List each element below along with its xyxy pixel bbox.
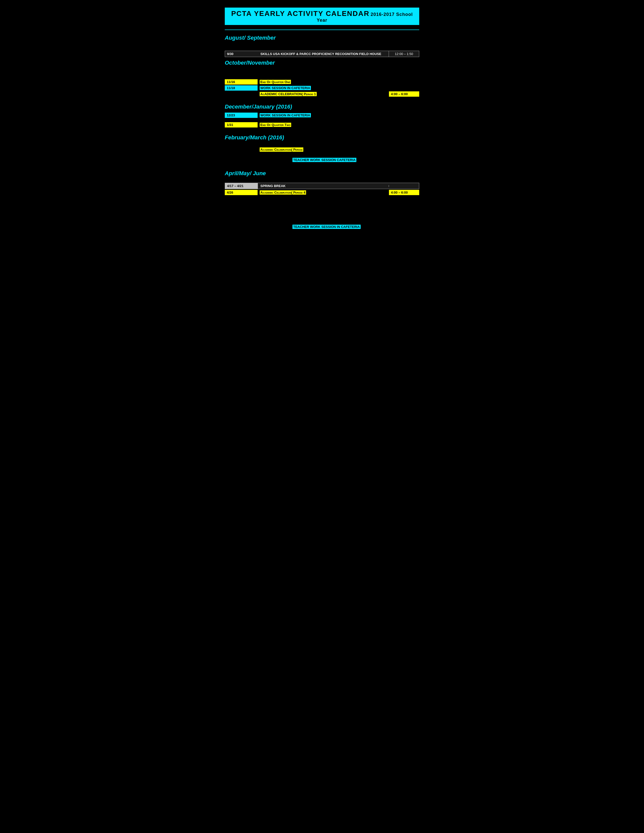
table-row: 11/16 End of Quarter One xyxy=(225,79,419,85)
table-row: 4/26 Academic Celebration( Period 4 4:00… xyxy=(225,190,419,195)
date-cell xyxy=(225,93,258,95)
date-cell: 12/23 xyxy=(225,113,258,118)
table-row: 12/23 Work Session in Cafeteria xyxy=(225,113,419,118)
time-cell: 12:00 – 1:50 xyxy=(389,51,419,57)
date-cell: 9/30 xyxy=(225,51,258,57)
event-cell: Work Session in Cafeteria xyxy=(258,85,389,91)
page-header: PCTA YEARLY ACTIVITY CALENDAR 2016-2017 … xyxy=(225,8,419,25)
date-cell: 4/26 xyxy=(225,190,258,195)
event-cell: SPRING BREAK xyxy=(258,183,389,189)
event-cell: Work Session in Cafeteria xyxy=(258,113,389,118)
table-row: 9/30 Skills USA Kickoff & parcc proficie… xyxy=(225,51,419,57)
date-cell: 11/18 xyxy=(225,85,258,91)
event-cell: Academic Celebration( Period 4 xyxy=(258,190,389,195)
event-text: AcADEMIC CELEBRATION( Period 1 xyxy=(259,92,317,96)
title-box: PCTA YEARLY ACTIVITY CALENDAR 2016-2017 … xyxy=(225,8,419,25)
event-text: Skills USA Kickoff & parcc proficiency r… xyxy=(260,52,382,56)
time-cell xyxy=(389,185,419,187)
table-row: TEACHER WORK SESSION IN CAFETERIA xyxy=(225,224,419,230)
event-text: TEACHER WORK SESSION CAFETERIA xyxy=(293,158,356,162)
event-text: Academic Celebration( Period 4 xyxy=(259,190,306,195)
table-row: 4/17 – 4/21 SPRING BREAK xyxy=(225,183,419,189)
time-cell: 4:00 – 6:00 xyxy=(389,92,419,96)
section-apr-jun: April/May/ June xyxy=(225,170,419,177)
table-row: AcADEMIC CELEBRATION( Period 1 4:00 – 6:… xyxy=(225,92,419,96)
event-cell: Academic Celebration( Period xyxy=(258,147,419,152)
event-cell: TEACHER WORK SESSION CAFETERIA xyxy=(290,157,419,162)
table-row: TEACHER WORK SESSION CAFETERIA xyxy=(225,157,419,162)
table-row: 11/18 Work Session in Cafeteria xyxy=(225,85,419,91)
section-dec-jan: December/January (2016) xyxy=(225,103,419,110)
time-cell xyxy=(389,87,419,89)
event-cell: TEACHER WORK SESSION IN CAFETERIA xyxy=(290,224,419,230)
section-aug-sep: August/ September xyxy=(225,35,419,41)
table-row: Academic Celebration( Period xyxy=(225,147,419,152)
event-text: TEACHER WORK SESSION IN CAFETERIA xyxy=(293,225,361,229)
event-text: Academic Celebration( Period xyxy=(259,148,303,152)
time-cell xyxy=(389,81,419,83)
time-cell: 4:00 – 6:00 xyxy=(389,190,419,195)
event-text: Work Session in Cafeteria xyxy=(259,113,311,117)
event-text: End of Quarter One xyxy=(259,80,291,84)
header-divider xyxy=(225,29,419,30)
title-main: PCTA YEARLY ACTIVITY CALENDAR xyxy=(231,10,369,18)
event-cell: AcADEMIC CELEBRATION( Period 1 xyxy=(258,92,389,96)
event-cell: End of Quarter One xyxy=(258,79,389,85)
event-text: End of Quarter Two xyxy=(259,123,291,127)
event-cell: Skills USA Kickoff & parcc proficiency r… xyxy=(258,51,389,57)
event-text: Work Session in Cafeteria xyxy=(259,86,311,90)
date-cell: 1/31 xyxy=(225,122,258,127)
section-oct-nov: October/November xyxy=(225,60,419,66)
section-feb-mar: February/March (2016) xyxy=(225,134,419,141)
event-cell: End of Quarter Two xyxy=(258,122,389,127)
event-text: SPRING BREAK xyxy=(260,184,286,188)
time-cell xyxy=(389,124,419,126)
date-cell: 11/16 xyxy=(225,79,258,85)
time-cell xyxy=(389,114,419,116)
table-row: 1/31 End of Quarter Two xyxy=(225,122,419,127)
date-cell: 4/17 – 4/21 xyxy=(225,183,258,189)
